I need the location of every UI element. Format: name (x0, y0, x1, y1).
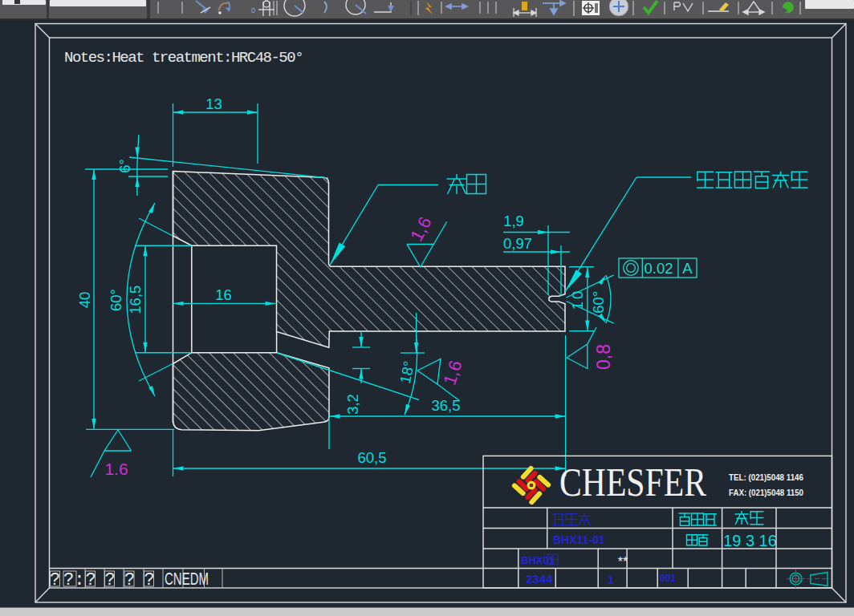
svg-text:3,2: 3,2 (344, 394, 361, 415)
svg-text:36,5: 36,5 (431, 397, 460, 414)
svg-text:60°: 60° (108, 289, 124, 311)
svg-text:?: ? (50, 570, 60, 590)
svg-text:2344: 2344 (526, 572, 553, 586)
svg-text:19 3 16: 19 3 16 (723, 532, 777, 549)
svg-text:60,5: 60,5 (357, 449, 386, 466)
svg-text:?: ? (105, 570, 116, 590)
svg-text:13: 13 (205, 95, 222, 112)
svg-text:CHESFER: CHESFER (559, 460, 707, 505)
svg-text:**: ** (618, 555, 628, 569)
svg-text:?:: ?: (63, 570, 84, 590)
svg-text:0.02: 0.02 (644, 260, 673, 277)
svg-text:40: 40 (76, 292, 93, 309)
svg-text:CNEDM: CNEDM (165, 569, 209, 589)
svg-text:10: 10 (569, 289, 586, 310)
svg-text:001: 001 (660, 573, 676, 584)
svg-text:TEL: (021)5048 1146: TEL: (021)5048 1146 (729, 472, 803, 482)
svg-text:1,6: 1,6 (406, 213, 435, 245)
svg-text:?: ? (86, 570, 96, 590)
svg-text:?: ? (144, 570, 155, 590)
svg-text:BHX11-01: BHX11-01 (553, 533, 605, 546)
svg-text:1,9: 1,9 (503, 213, 524, 229)
svg-text:0,97: 0,97 (503, 235, 532, 252)
svg-text:16,5: 16,5 (127, 286, 144, 314)
svg-text:1,6: 1,6 (439, 358, 466, 387)
svg-text:FAX: (021)5048 1150: FAX: (021)5048 1150 (729, 488, 803, 497)
svg-text:?: ? (124, 570, 135, 590)
svg-text:1: 1 (608, 573, 614, 586)
svg-text:0,8: 0,8 (593, 344, 614, 370)
svg-text:60°: 60° (590, 291, 607, 314)
svg-text:A: A (682, 260, 693, 277)
svg-text:6°: 6° (116, 159, 133, 173)
svg-text:1.6: 1.6 (104, 460, 128, 478)
svg-text:Notes:Heat treatment:HRC48-50°: Notes:Heat treatment:HRC48-50° (64, 49, 303, 67)
svg-text:16: 16 (215, 286, 232, 303)
